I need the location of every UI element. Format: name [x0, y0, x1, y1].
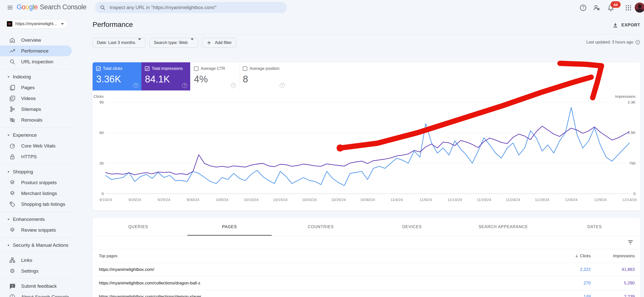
sidebar-item-core-web-vitals[interactable]: Core Web Vitals — [0, 140, 72, 151]
page-url[interactable]: https://myanimelightbox.com/collections/… — [99, 281, 550, 286]
sidebar-section-enhancements[interactable]: Enhancements — [0, 214, 72, 225]
page-url[interactable]: https://myanimelightbox.com/collections/… — [99, 294, 550, 297]
page-url[interactable]: https://myanimelightbox.com/ — [99, 267, 550, 272]
apps-grid-icon[interactable] — [624, 4, 633, 12]
sidebar-item-removals[interactable]: Removals — [0, 115, 72, 125]
sidebar-item-label: HTTPS — [21, 154, 37, 160]
sidebar-item-sitemaps[interactable]: Sitemaps — [0, 104, 72, 115]
svg-text:11/29/24: 11/29/24 — [535, 197, 549, 202]
svg-text:11/19/24: 11/19/24 — [477, 197, 491, 202]
triangle-down-icon — [6, 170, 11, 174]
url-inspect-input[interactable] — [109, 5, 284, 11]
metric-card-total-impressions[interactable]: Total impressions84.1K? — [141, 62, 190, 90]
table-row[interactable]: https://myanimelightbox.com/collections/… — [93, 276, 640, 290]
sidebar-item-https[interactable]: HTTPS — [0, 151, 72, 162]
impressions-value: 2,239 — [591, 294, 635, 297]
metric-value: 4% — [194, 74, 235, 85]
tab-dates[interactable]: DATES — [549, 218, 640, 236]
metric-card-average-position[interactable]: Average position8? — [239, 62, 288, 90]
tab-search-appearance[interactable]: SEARCH APPEARANCE — [458, 218, 549, 236]
help-circle-icon[interactable]: ? — [133, 83, 138, 88]
sidebar-divider — [0, 278, 72, 279]
tab-countries[interactable]: COUNTRIES — [275, 218, 367, 236]
sidebar-item-submit-feedback[interactable]: Submit feedback — [0, 281, 72, 291]
tab-queries[interactable]: QUERIES — [93, 218, 184, 236]
help-circle-icon[interactable]: ? — [635, 40, 640, 45]
svg-text:Impressions: Impressions — [615, 94, 635, 98]
top-bar: GoogleSearch Console ? 44 — [0, 0, 644, 15]
sidebar-item-product-snippets[interactable]: Product snippets — [0, 177, 72, 188]
sidebar-section-label: Shopping — [13, 169, 33, 175]
sidebar-item-pages[interactable]: Pages — [0, 82, 72, 93]
sidebar-section-shopping[interactable]: Shopping — [0, 166, 72, 177]
performance-panel: Total clicks3.36K?Total impressions84.1K… — [93, 62, 640, 211]
export-button[interactable]: EXPORT — [612, 22, 640, 28]
checkbox-unchecked-icon[interactable] — [194, 66, 198, 71]
feedback-icon — [9, 283, 16, 289]
sidebar-item-label: Settings — [21, 268, 38, 274]
sidebar-item-performance[interactable]: Performance — [0, 45, 72, 56]
sidebar-item-label: Sitemaps — [21, 107, 41, 112]
last-updated-text: Last updated: 3 hours ago — [586, 40, 633, 44]
column-header-pages[interactable]: Top pages — [99, 254, 550, 258]
filter-chips: Date: Last 3 monthsSearch type: WebAdd f… — [93, 38, 236, 48]
filter-chip-search-type-web[interactable]: Search type: Web — [149, 38, 198, 48]
sidebar-section-label: Security & Manual Actions — [13, 242, 68, 248]
sidebar-item-label: Merchant listings — [21, 191, 57, 196]
metric-card-total-clicks[interactable]: Total clicks3.36K? — [93, 62, 141, 90]
help-circle-icon[interactable]: ? — [280, 83, 285, 88]
url-inspect-searchbar[interactable] — [95, 2, 287, 13]
sidebar-item-url-inspection[interactable]: URL inspection — [0, 56, 72, 67]
property-label: https://myanimelight... — [15, 21, 59, 26]
filter-chip-add-filter[interactable]: Add filter — [202, 38, 236, 48]
tab-pages[interactable]: PAGES — [184, 218, 275, 236]
triangle-down-icon — [6, 133, 11, 137]
help-icon[interactable]: ? — [579, 4, 587, 12]
column-header-impressions[interactable]: Impressions — [591, 254, 635, 258]
account-avatar[interactable] — [635, 3, 644, 13]
checkbox-unchecked-icon[interactable] — [243, 66, 247, 71]
svg-text:?: ? — [582, 6, 584, 10]
tab-devices[interactable]: DEVICES — [366, 218, 458, 236]
sidebar-items: OverviewPerformanceURL inspectionIndexin… — [0, 35, 72, 297]
svg-text:9/20/24: 9/20/24 — [129, 197, 141, 202]
svg-text:9/25/24: 9/25/24 — [157, 197, 170, 202]
filter-chip-date-last-3-months[interactable]: Date: Last 3 months — [93, 38, 145, 48]
dimension-tabs: QUERIESPAGESCOUNTRIESDEVICESSEARCH APPEA… — [93, 218, 640, 236]
table-row[interactable]: https://myanimelightbox.com/collections/… — [93, 290, 640, 297]
svg-text:10/20/24: 10/20/24 — [302, 197, 316, 202]
sidebar-item-label: About Search Console — [21, 294, 69, 297]
sidebar-item-links[interactable]: Links — [0, 255, 72, 266]
sidebar-item-merchant-listings[interactable]: Merchant listings — [0, 188, 72, 199]
sidebar-item-overview[interactable]: Overview — [0, 35, 72, 45]
table-row[interactable]: https://myanimelightbox.com/2,22241,863 — [93, 263, 640, 276]
sidebar-section-indexing[interactable]: Indexing — [0, 71, 72, 82]
checkbox-checked-icon[interactable] — [96, 66, 101, 71]
sidebar-item-videos[interactable]: Videos — [0, 93, 72, 104]
sidebar-item-label: Pages — [21, 85, 35, 90]
checkbox-checked-icon[interactable] — [145, 66, 149, 71]
metric-value: 84.1K — [145, 74, 187, 85]
sidebar-item-settings[interactable]: ⚙Settings — [0, 266, 72, 276]
help-circle-icon[interactable]: ? — [231, 83, 236, 88]
property-selector[interactable]: https://myanimelight... — [4, 19, 68, 29]
column-header-clicks[interactable]: Clicks — [550, 254, 591, 258]
menu-icon[interactable] — [6, 4, 14, 12]
sidebar-section-label: Enhancements — [13, 217, 45, 222]
svg-text:11/4/24: 11/4/24 — [390, 197, 403, 202]
metric-card-average-ctr[interactable]: Average CTR4%? — [190, 62, 239, 90]
sidebar-section-security-manual-actions[interactable]: Security & Manual Actions — [0, 240, 72, 251]
svg-text:11/9/24: 11/9/24 — [420, 197, 432, 202]
help-circle-icon[interactable]: ? — [182, 83, 187, 88]
series-line-impressions — [106, 126, 629, 175]
sidebar-item-about-search-console[interactable]: About Search Console — [0, 291, 72, 297]
sidebar-item-shopping-tab-listings[interactable]: Shopping tab listings — [0, 199, 72, 210]
speed-icon — [9, 143, 16, 149]
sidebar-section-experience[interactable]: Experience — [0, 130, 72, 140]
chevron-down-icon — [191, 40, 194, 45]
filter-list-icon[interactable] — [627, 239, 634, 246]
info-icon — [9, 294, 16, 297]
clicks-value: 270 — [550, 281, 591, 286]
sidebar-item-review-snippets[interactable]: Review snippets — [0, 225, 72, 235]
manage-account-icon[interactable] — [592, 4, 601, 12]
